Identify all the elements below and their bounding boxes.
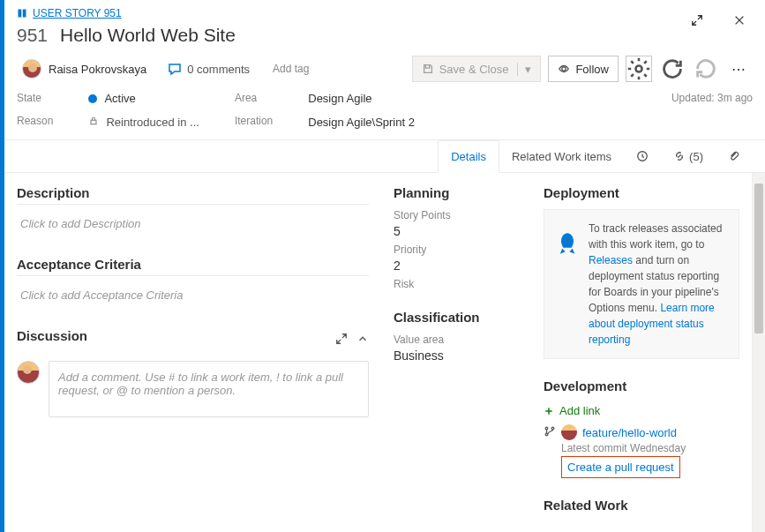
undo-button[interactable] bbox=[693, 56, 719, 82]
settings-button[interactable] bbox=[626, 56, 652, 82]
scrollbar-thumb[interactable] bbox=[754, 184, 763, 333]
create-pr-highlight: Create a pull request bbox=[561, 456, 680, 478]
iteration-value[interactable]: Design Agile\Sprint 2 bbox=[308, 116, 415, 129]
area-label: Area bbox=[235, 92, 273, 104]
priority-value[interactable]: 2 bbox=[394, 259, 519, 273]
avatar bbox=[17, 361, 40, 384]
classification-heading: Classification bbox=[394, 310, 519, 328]
iteration-label: Iteration bbox=[235, 115, 273, 127]
save-label: Save & Close bbox=[439, 63, 509, 76]
chevron-down-icon: ▾ bbox=[517, 63, 531, 76]
breadcrumb: USER STORY 951 bbox=[17, 7, 753, 19]
save-close-button[interactable]: Save & Close ▾ bbox=[412, 56, 542, 82]
related-work-heading: Related Work bbox=[544, 498, 739, 516]
development-heading: Development bbox=[544, 378, 739, 397]
refresh-button[interactable] bbox=[659, 56, 686, 82]
discussion-input[interactable]: Add a comment. Use # to link a work item… bbox=[49, 361, 369, 417]
state-value: Active bbox=[104, 92, 135, 105]
comments-count: 0 comments bbox=[187, 63, 250, 76]
avatar bbox=[22, 59, 41, 79]
breadcrumb-link[interactable]: USER STORY 951 bbox=[33, 7, 122, 19]
discussion-heading: Discussion bbox=[17, 328, 335, 347]
story-points-label: Story Points bbox=[394, 209, 519, 221]
svg-point-1 bbox=[636, 66, 642, 72]
deployment-card: To track releases associated with this w… bbox=[544, 209, 739, 359]
tab-details[interactable]: Details bbox=[438, 140, 499, 173]
risk-label: Risk bbox=[394, 278, 519, 290]
description-field[interactable]: Click to add Description bbox=[17, 210, 369, 237]
story-points-value[interactable]: 5 bbox=[394, 224, 519, 238]
state-label: State bbox=[17, 92, 53, 104]
rocket-icon bbox=[555, 231, 580, 256]
tab-attachments[interactable] bbox=[716, 141, 753, 171]
assignee-picker[interactable]: Raisa Pokrovskaya bbox=[17, 56, 152, 81]
acceptance-heading: Acceptance Criteria bbox=[17, 257, 369, 276]
lock-icon bbox=[88, 116, 99, 129]
branch-icon bbox=[544, 425, 556, 440]
commit-meta: Latest commit Wednesday bbox=[561, 442, 739, 454]
reason-label: Reason bbox=[17, 115, 53, 127]
reason-value: Reintroduced in ... bbox=[106, 116, 199, 129]
description-heading: Description bbox=[17, 185, 369, 205]
comments-button[interactable]: 0 comments bbox=[168, 62, 250, 76]
close-button[interactable] bbox=[726, 7, 753, 34]
reason-picker[interactable]: Reintroduced in ... bbox=[88, 116, 199, 129]
work-item-id: 951 bbox=[17, 25, 48, 46]
more-actions-button[interactable]: ⋯ bbox=[726, 56, 753, 82]
acceptance-field[interactable]: Click to add Acceptance Criteria bbox=[17, 281, 369, 309]
add-link-button[interactable]: Add link bbox=[544, 404, 739, 417]
add-tag-button[interactable]: Add tag bbox=[266, 59, 316, 79]
state-picker[interactable]: Active bbox=[88, 92, 199, 105]
work-item-title[interactable]: Hello World Web Site bbox=[60, 25, 236, 46]
tab-links[interactable]: (5) bbox=[661, 141, 716, 172]
expand-icon[interactable] bbox=[335, 333, 348, 348]
planning-heading: Planning bbox=[394, 185, 519, 204]
value-area-value[interactable]: Business bbox=[394, 348, 519, 363]
assignee-name: Raisa Pokrovskaya bbox=[49, 63, 146, 76]
area-value[interactable]: Design Agile bbox=[308, 92, 415, 105]
branch-link[interactable]: feature/hello-world bbox=[582, 426, 677, 439]
svg-point-0 bbox=[562, 67, 566, 71]
tab-history[interactable] bbox=[624, 141, 661, 171]
releases-link[interactable]: Releases bbox=[589, 254, 633, 266]
svg-rect-2 bbox=[91, 120, 96, 124]
follow-label: Follow bbox=[575, 63, 609, 76]
collapse-icon[interactable] bbox=[356, 333, 369, 348]
book-icon bbox=[17, 8, 27, 19]
tab-related[interactable]: Related Work items bbox=[499, 141, 624, 172]
value-area-label: Value area bbox=[394, 333, 519, 346]
create-pr-link[interactable]: Create a pull request bbox=[567, 461, 674, 474]
links-count: (5) bbox=[689, 150, 703, 163]
state-dot-icon bbox=[88, 94, 97, 103]
deployment-heading: Deployment bbox=[544, 185, 739, 204]
avatar bbox=[561, 424, 577, 440]
fullscreen-button[interactable] bbox=[684, 7, 710, 34]
updated-text: Updated: 3m ago bbox=[671, 92, 753, 129]
add-link-label: Add link bbox=[559, 404, 600, 417]
priority-label: Priority bbox=[394, 244, 519, 256]
scrollbar[interactable] bbox=[752, 173, 765, 532]
follow-button[interactable]: Follow bbox=[548, 56, 619, 82]
